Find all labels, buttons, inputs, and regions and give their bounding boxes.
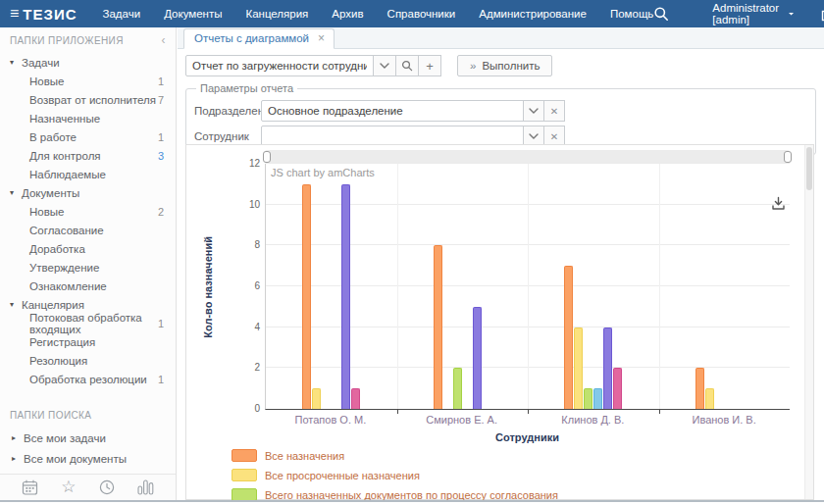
menu-item[interactable]: Помощь	[610, 8, 653, 20]
zoom-handle-left[interactable]	[263, 151, 271, 163]
caret-expanded-icon[interactable]: ▾	[10, 300, 22, 309]
calendar-icon[interactable]	[22, 479, 38, 495]
legend-item[interactable]: Все назначения	[232, 449, 558, 462]
bar-group	[528, 164, 659, 409]
bar[interactable]	[574, 328, 583, 409]
report-dropdown-button[interactable]	[373, 55, 396, 76]
bar[interactable]	[434, 245, 442, 409]
folder-item[interactable]: Обработка резолюции1	[0, 370, 176, 388]
folder-item[interactable]: Ознакомление	[0, 277, 176, 295]
folder-label: В работе	[29, 131, 77, 143]
caret-expanded-icon[interactable]: ▾	[10, 188, 22, 197]
folder-item[interactable]: Для контроля3	[0, 146, 176, 165]
bar[interactable]	[603, 328, 612, 409]
bar[interactable]	[302, 184, 311, 409]
bar[interactable]	[613, 368, 622, 409]
folder-group[interactable]: ▾Задачи	[0, 53, 176, 72]
report-add-button[interactable]: +	[418, 55, 441, 76]
category-label: Смирнов Е. А.	[396, 414, 528, 426]
folder-item[interactable]: Утверждение	[0, 258, 176, 277]
folder-count-badge: 1	[158, 318, 176, 329]
folder-label: Для контроля	[29, 150, 101, 162]
bar-group	[659, 164, 791, 409]
run-report-button[interactable]: » Выполнить	[457, 55, 552, 76]
menu-item[interactable]: Справочники	[387, 8, 456, 20]
folder-item[interactable]: Регистрация	[0, 332, 176, 351]
bar[interactable]	[453, 368, 462, 409]
report-lookup-button[interactable]	[395, 55, 419, 76]
folder-item[interactable]: Назначенные	[0, 109, 176, 127]
search-folder-item[interactable]: ▸Все мои задачи	[0, 428, 176, 448]
folder-label: Назначенные	[29, 113, 100, 125]
bar[interactable]	[695, 368, 704, 409]
bar[interactable]	[584, 388, 592, 409]
logo-bars-icon: ≡	[10, 5, 20, 23]
menu-item[interactable]: Документы	[164, 8, 222, 20]
report-select-input[interactable]	[185, 55, 374, 76]
bar[interactable]	[564, 266, 573, 409]
y-axis-title-wrap: Кол-во назначений	[202, 164, 214, 410]
folder-item[interactable]: Новые1	[0, 72, 176, 90]
folder-item[interactable]: В работе1	[0, 127, 176, 146]
search-folder-label: Все мои задачи	[24, 432, 106, 444]
menu-item[interactable]: Администрирование	[479, 8, 587, 20]
legend-item[interactable]: Все просроченные назначения	[232, 469, 558, 481]
search-folder-label: Все мои документы	[24, 453, 127, 465]
folder-item[interactable]: Новые2	[0, 202, 176, 221]
caret-collapsed-icon[interactable]: ▸	[12, 433, 24, 442]
caret-collapsed-icon[interactable]: ▸	[12, 454, 24, 463]
sidebar-collapse-icon[interactable]: ‹	[162, 33, 166, 47]
department-input[interactable]	[261, 100, 524, 122]
bar[interactable]	[341, 184, 350, 409]
category-label: Потапов О. М.	[265, 414, 396, 426]
tezis-logo[interactable]: ≡ ТЕЗИС	[10, 5, 77, 23]
search-folders-title: ПАПКИ ПОИСКА	[10, 410, 91, 421]
folder-item[interactable]: Потоковая обработка входящих1	[0, 314, 176, 332]
bar[interactable]	[473, 307, 482, 409]
department-dropdown-button[interactable]	[523, 100, 544, 122]
bar[interactable]	[351, 388, 360, 409]
folder-item[interactable]: Возврат от исполнителя7	[0, 90, 176, 109]
sidebar: ПАПКИ ПРИЛОЖЕНИЯ ‹ ▾ЗадачиНовые1Возврат …	[0, 27, 177, 500]
legend-label: Всего назначенных документов по процессу…	[265, 489, 558, 501]
topbar-right: Administrator [admin]	[653, 2, 824, 25]
caret-expanded-icon[interactable]: ▾	[10, 58, 22, 67]
tab-close-icon[interactable]: ×	[318, 33, 325, 43]
bar-chart-icon[interactable]	[137, 479, 154, 495]
folder-item[interactable]: Доработка	[0, 239, 176, 258]
menu-item[interactable]: Канцелярия	[245, 8, 308, 20]
bar[interactable]	[593, 388, 602, 409]
run-label: Выполнить	[482, 60, 540, 72]
tab-reports-with-chart[interactable]: Отчеты с диаграммой ×	[183, 28, 335, 49]
bar[interactable]	[312, 388, 321, 409]
folder-item[interactable]: Резолюция	[0, 351, 176, 370]
download-chart-icon[interactable]	[771, 196, 786, 215]
folder-label: Документы	[22, 187, 79, 199]
folder-group[interactable]: ▾Документы	[0, 183, 176, 202]
search-folder-item[interactable]: ▸Все мои документы	[0, 448, 176, 469]
folder-count-badge: 1	[158, 76, 176, 87]
menu-item[interactable]: Архив	[332, 8, 363, 20]
folder-label: Регистрация	[29, 336, 95, 348]
param-row-department: Подразделение ✕	[194, 100, 807, 122]
user-menu[interactable]: Administrator [admin]	[712, 2, 794, 25]
folder-item[interactable]: Наблюдаемые	[0, 165, 176, 183]
panel-scrollbar-thumb[interactable]	[806, 147, 812, 190]
panel-scrollbar[interactable]	[804, 145, 813, 499]
chart-legend: Все назначенияВсе просроченные назначени…	[232, 449, 558, 504]
bar-groups	[266, 164, 790, 409]
clock-icon[interactable]	[99, 479, 115, 495]
tab-strip: Отчеты с диаграммой ×	[178, 27, 824, 49]
tab-label: Отчеты с диаграммой	[194, 32, 309, 44]
department-label: Подразделение	[194, 105, 261, 117]
chart-zoom-scrollbar[interactable]	[265, 150, 790, 164]
folder-item[interactable]: Согласование	[0, 221, 176, 239]
bar[interactable]	[705, 388, 714, 409]
star-icon[interactable]: ☆	[61, 479, 76, 495]
search-icon[interactable]	[653, 6, 669, 22]
zoom-handle-right[interactable]	[784, 151, 792, 163]
chart-plot-area: JS chart by amCharts 024681012	[265, 164, 790, 410]
legend-swatch	[232, 469, 257, 481]
department-clear-button[interactable]: ✕	[543, 100, 565, 122]
menu-item[interactable]: Задачи	[103, 8, 141, 20]
